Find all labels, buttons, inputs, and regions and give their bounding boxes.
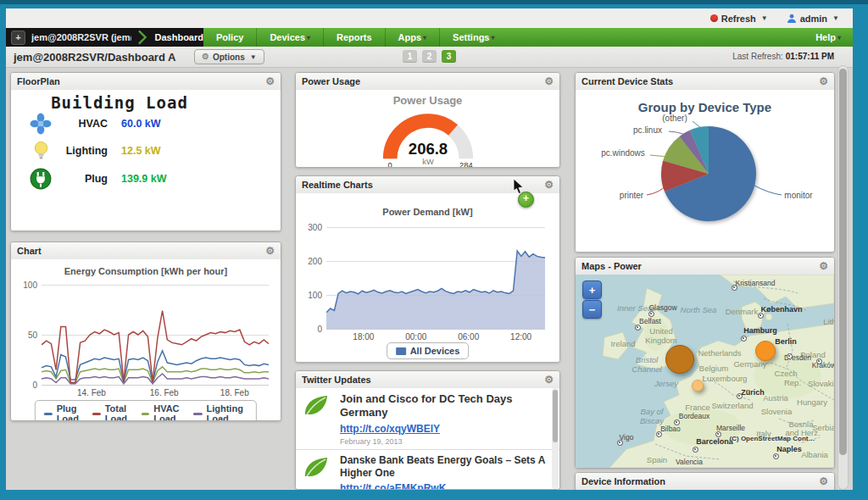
energy-plot: 100 50 0 14. Feb 16. Feb 18. Feb xyxy=(42,285,269,385)
server-tab-area: + jem@2008R2SVR (jem@… Dashboard xyxy=(6,28,203,47)
legend-label: HVAC Load xyxy=(153,403,185,421)
map-zoom-in-button[interactable]: + xyxy=(582,281,602,299)
panel-settings-gear-icon[interactable] xyxy=(265,246,275,256)
chevron-separator-icon xyxy=(137,30,147,45)
power-demand-area xyxy=(326,227,545,329)
map-label: Bilbao xyxy=(660,425,681,433)
power-gauge: 206.8 kW 0 284 xyxy=(352,103,504,168)
tab-dashboard[interactable]: Dashboard xyxy=(155,32,203,42)
nav-item-policy[interactable]: Policy xyxy=(203,28,256,47)
dashboard-page-2[interactable]: 2 xyxy=(422,50,437,63)
map-canvas[interactable]: KristiansandInner SeasGlasgowNorth SeaDe… xyxy=(576,275,834,468)
tweet-title: Join and Cisco for DC Tech Days Germany xyxy=(340,392,548,420)
refresh-menu[interactable]: Refresh ▼ xyxy=(710,14,768,24)
nav-item-settings[interactable]: Settings▾ xyxy=(439,28,507,47)
panel-title: Maps - Power xyxy=(581,261,642,271)
map-label: Rep. xyxy=(784,378,801,387)
map-label: Belfast xyxy=(639,317,661,325)
chevron-down-icon: ▾ xyxy=(307,34,310,42)
twitter-list: Join and Cisco for DC Tech Days Germanyh… xyxy=(296,388,559,489)
main-nav: + jem@2008R2SVR (jem@… Dashboard PolicyD… xyxy=(6,28,853,47)
floorplan-row-hvac: HVAC 60.0 kW xyxy=(11,113,281,135)
city-marker-icon xyxy=(741,336,747,342)
nav-item-help[interactable]: Help ▾ xyxy=(804,28,853,47)
power-bubble[interactable] xyxy=(665,345,694,374)
breadcrumb-bar: jem@2008R2SVR/Dashboard A Options ▼ 123 … xyxy=(6,47,853,68)
city-marker-icon xyxy=(648,311,654,317)
tweet-link[interactable]: http://t.co/aEMKpRwK xyxy=(340,482,446,490)
chart-legend[interactable]: All Devices xyxy=(387,342,470,359)
nav-item-reports[interactable]: Reports xyxy=(323,28,385,47)
nav-menu: PolicyDevices▾ReportsApps▾Settings▾ xyxy=(203,28,804,47)
panel-device-information: Device Information xyxy=(575,472,835,490)
page-scrollbar[interactable] xyxy=(837,65,849,490)
app-window: Refresh ▼ admin ▼ + jem@2008R2SVR (jem@…… xyxy=(6,8,853,490)
panel-floorplan: FloorPlan Building Load HVAC 60.0 kW Lig… xyxy=(10,72,281,231)
leaf-icon xyxy=(301,454,331,481)
panel-settings-gear-icon[interactable] xyxy=(544,180,554,190)
panel-settings-gear-icon[interactable] xyxy=(544,76,554,86)
dashboard-page-3[interactable]: 3 xyxy=(442,50,456,63)
pie-label-pc-linux: pc.linux xyxy=(633,125,662,135)
panel-settings-gear-icon[interactable] xyxy=(265,76,275,86)
chart-legend: Plug LoadTotal LoadHVAC LoadLighting Loa… xyxy=(35,400,257,421)
bulb-icon xyxy=(31,140,51,164)
panel-title: Current Device Stats xyxy=(581,76,673,86)
admin-menu[interactable]: admin ▼ xyxy=(787,14,839,24)
chart-title: Energy Consumption [kWh per hour] xyxy=(11,266,281,276)
nav-item-apps[interactable]: Apps▾ xyxy=(385,28,440,47)
legend-swatch xyxy=(92,413,101,415)
map-label: Netherlands xyxy=(698,348,741,358)
map-label: Austria xyxy=(763,393,788,403)
options-button[interactable]: Options ▼ xyxy=(194,49,264,64)
chevron-down-icon: ▾ xyxy=(837,34,841,42)
power-bubble[interactable] xyxy=(755,341,776,361)
panel-settings-gear-icon[interactable] xyxy=(544,375,554,385)
map-zoom-out-button[interactable]: − xyxy=(582,300,602,319)
server-tab[interactable]: jem@2008R2SVR (jem@… xyxy=(31,32,131,42)
panel-settings-gear-icon[interactable] xyxy=(819,76,828,86)
total-load-line xyxy=(42,285,269,385)
dashboard-page-1[interactable]: 1 xyxy=(403,50,417,63)
map-label: Luxembourg xyxy=(703,374,748,383)
legend-item[interactable]: HVAC Load xyxy=(141,403,184,421)
map-label: Denmark xyxy=(726,307,759,316)
twitter-item: Danske Bank Beats Energy Goals – Sets A … xyxy=(296,450,559,490)
load-value: 60.0 kW xyxy=(121,118,161,130)
gauge-unit: kW xyxy=(422,158,434,166)
refresh-label: Refresh xyxy=(721,14,756,24)
realtime-plot: 300 200 100 0 18:00 00:00 06:00 12:00 xyxy=(326,227,545,329)
floorplan-row-lighting: Lighting 12.5 kW xyxy=(11,140,281,162)
pie-label-pc-windows: pc.windows xyxy=(601,148,645,158)
twitter-scrollbar[interactable] xyxy=(552,388,559,489)
legend-label: All Devices xyxy=(410,346,460,356)
legend-item[interactable]: Plug Load xyxy=(44,403,84,421)
power-bubble[interactable] xyxy=(692,380,704,392)
chevron-down-icon: ▾ xyxy=(423,34,426,42)
device-type-pie[interactable] xyxy=(649,114,768,233)
scrollbar-thumb[interactable] xyxy=(839,69,847,455)
map-label: Bay of xyxy=(641,407,664,416)
nav-item-devices[interactable]: Devices▾ xyxy=(256,28,323,47)
utility-bar: Refresh ▼ admin ▼ xyxy=(6,8,853,28)
floorplan-row-plug: Plug 139.9 kW xyxy=(11,168,281,190)
panel-title: Power Usage xyxy=(302,76,360,86)
chevron-down-icon: ▼ xyxy=(761,14,768,22)
map-label: Spain xyxy=(647,455,667,464)
window-frame-top xyxy=(0,0,868,4)
panel-title: Chart xyxy=(17,246,42,256)
map-label: Serbia xyxy=(812,423,834,432)
map-attribution: (C) OpenStreetMap Cont… xyxy=(730,435,815,442)
gauge-min: 0 xyxy=(388,161,392,168)
legend-item[interactable]: Lighting Load xyxy=(193,403,248,421)
add-tab-button[interactable]: + xyxy=(11,31,25,45)
chevron-down-icon: ▾ xyxy=(492,34,495,42)
chart-title: Power Demand [kW] xyxy=(296,207,559,217)
map-label: Belgium xyxy=(699,364,728,373)
panel-settings-gear-icon[interactable] xyxy=(819,261,828,271)
panel-settings-gear-icon[interactable] xyxy=(819,476,828,486)
tweet-link[interactable]: http://t.co/xqyWBElY xyxy=(340,423,440,435)
map-label: Albania xyxy=(801,450,828,459)
legend-item[interactable]: Total Load xyxy=(92,403,132,421)
floorplan-heading: Building Load xyxy=(26,93,213,112)
